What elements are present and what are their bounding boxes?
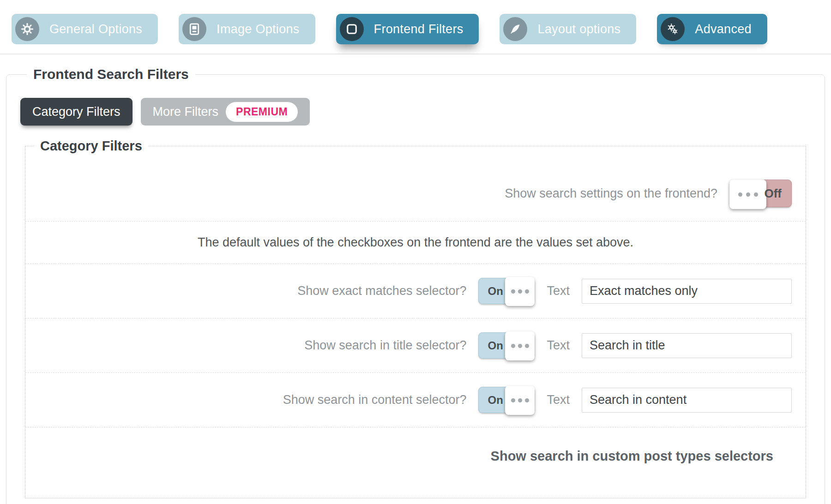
- knob-dot: [746, 192, 750, 197]
- feather-icon: [503, 17, 527, 41]
- row-exact-matches: Show exact matches selector? On Text: [25, 264, 806, 318]
- gears-icon: [661, 17, 685, 41]
- tab-image-options[interactable]: Image Options: [179, 14, 315, 44]
- knob-dot: [738, 192, 742, 197]
- tab-general-options[interactable]: General Options: [12, 14, 158, 44]
- image-icon: [182, 17, 206, 41]
- tab-label: Frontend Filters: [374, 22, 464, 36]
- premium-badge: PREMIUM: [226, 102, 298, 122]
- knob-dot: [525, 289, 529, 294]
- frontend-search-filters-section: Frontend Search Filters Category Filters…: [6, 66, 825, 504]
- tab-layout-options[interactable]: Layout options: [500, 14, 636, 44]
- row-label: Show exact matches selector?: [297, 284, 466, 298]
- text-field-label: Text: [547, 393, 570, 407]
- row-search-in-title: Show search in title selector? On Text: [25, 318, 806, 373]
- panel-title: Category Filters: [35, 138, 148, 154]
- tab-frontend-filters[interactable]: Frontend Filters: [336, 14, 479, 44]
- row-search-in-content: Show search in content selector? On Text: [25, 373, 806, 427]
- toggle-knob: [505, 386, 535, 415]
- filter-subtabs: Category Filters More Filters PREMIUM: [20, 98, 812, 126]
- search-in-content-text-input[interactable]: [582, 388, 792, 413]
- toggle-state-label: Off: [764, 186, 782, 201]
- tab-advanced[interactable]: Advanced: [657, 14, 767, 44]
- tab-label: Advanced: [695, 22, 752, 36]
- tab-label: Image Options: [217, 22, 300, 36]
- row-note: The default values of the checkboxes on …: [25, 222, 806, 264]
- window-icon: [340, 17, 364, 41]
- gear-icon: [15, 17, 39, 41]
- text-field-label: Text: [547, 338, 570, 353]
- toggle-state-label: On: [488, 339, 503, 352]
- subtab-label: More Filters: [153, 105, 219, 119]
- knob-dot: [518, 289, 522, 294]
- knob-dot: [754, 192, 758, 197]
- category-filters-panel: Category Filters Show search settings on…: [25, 138, 806, 498]
- toggle-state-label: On: [488, 285, 503, 298]
- row-frontend-settings: Show search settings on the frontend? Of…: [25, 166, 806, 222]
- tab-label: Layout options: [537, 22, 620, 36]
- text-field-label: Text: [547, 284, 570, 298]
- search-in-title-text-input[interactable]: [582, 333, 792, 358]
- knob-dot: [511, 398, 515, 402]
- frontend-settings-toggle[interactable]: Off: [729, 180, 792, 207]
- row-custom-post-types-heading: Show search in custom post types selecto…: [25, 427, 806, 482]
- custom-post-types-heading: Show search in custom post types selecto…: [491, 449, 773, 464]
- toggle-knob: [505, 277, 535, 306]
- knob-dot: [511, 344, 515, 348]
- exact-matches-text-input[interactable]: [582, 279, 792, 304]
- row-label: Show search in title selector?: [304, 338, 466, 353]
- tab-label: General Options: [49, 22, 142, 36]
- search-in-title-toggle[interactable]: On: [478, 332, 535, 359]
- section-title: Frontend Search Filters: [27, 66, 195, 82]
- settings-tab-bar: General Options Image Options Frontend F…: [0, 0, 831, 54]
- row-label: Show search in content selector?: [283, 393, 467, 407]
- toggle-knob: [505, 331, 535, 360]
- toggle-knob: [729, 180, 766, 209]
- knob-dot: [525, 344, 529, 348]
- subtab-more-filters[interactable]: More Filters PREMIUM: [141, 98, 310, 126]
- note-text: The default values of the checkboxes on …: [198, 235, 633, 250]
- knob-dot: [511, 289, 515, 294]
- knob-dot: [518, 344, 522, 348]
- knob-dot: [525, 398, 529, 402]
- search-in-content-toggle[interactable]: On: [478, 387, 535, 413]
- subtab-label: Category Filters: [32, 105, 120, 119]
- toggle-state-label: On: [488, 394, 503, 407]
- exact-matches-toggle[interactable]: On: [478, 278, 535, 304]
- knob-dot: [518, 398, 522, 402]
- subtab-category-filters[interactable]: Category Filters: [20, 98, 132, 126]
- row-label: Show search settings on the frontend?: [505, 186, 717, 201]
